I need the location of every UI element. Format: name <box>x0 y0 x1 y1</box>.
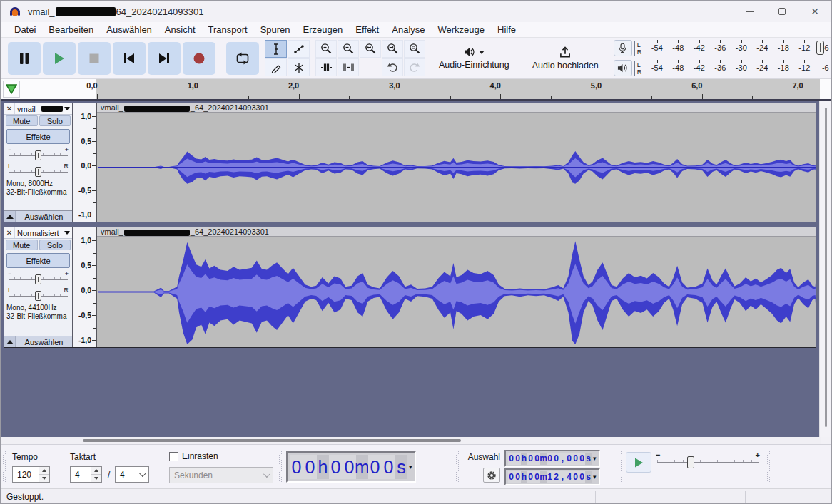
menu-auswaehlen[interactable]: Auswählen <box>100 23 158 36</box>
solo-button[interactable]: Solo <box>39 115 71 126</box>
gain-slider[interactable]: − + <box>9 146 68 162</box>
pan-slider-thumb[interactable] <box>35 291 41 301</box>
time-signature-upper-spinner[interactable]: 4 <box>70 466 102 483</box>
time-digit-cell[interactable]: , <box>559 453 566 465</box>
recording-meter[interactable]: LR -54-48-42-36-30-24-18-12-60 <box>614 39 832 58</box>
playback-meter[interactable]: LR -54-48-42-36-30-24-18-12-60 <box>614 59 832 78</box>
pan-slider-thumb[interactable] <box>35 167 41 177</box>
envelope-tool-button[interactable] <box>288 40 310 58</box>
pan-slider[interactable]: L R <box>9 163 68 178</box>
play-at-speed-button[interactable] <box>626 452 651 473</box>
menu-datei[interactable]: Datei <box>8 23 42 36</box>
menu-erzeugen[interactable]: Erzeugen <box>297 23 350 36</box>
clip-title-bar[interactable]: vmail__64_20240214093301 <box>97 103 816 113</box>
toolbar-grabber[interactable] <box>619 451 622 483</box>
track-2-vertical-ruler[interactable]: 1,00,50,0-0,5-1,0 <box>73 227 96 347</box>
time-signature-lower-select[interactable]: 4 <box>115 466 149 483</box>
skip-to-start-button[interactable] <box>113 42 146 75</box>
audio-position-display[interactable]: 00h00m00s▾ <box>286 451 416 483</box>
time-digit-cell[interactable]: 0 <box>508 453 514 465</box>
silence-audio-button[interactable] <box>338 58 359 76</box>
clip-title-bar[interactable]: vmail__64_20240214093301 <box>97 227 816 237</box>
tempo-value[interactable]: 120 <box>12 466 39 483</box>
mute-button[interactable]: Mute <box>6 240 38 250</box>
time-digit-cell[interactable]: 0 <box>579 453 585 465</box>
selection-start-display[interactable]: 00h00m00,000s▾ <box>504 450 600 467</box>
zoom-fit-button[interactable] <box>382 40 403 58</box>
time-signature-upper-value[interactable]: 4 <box>70 466 91 483</box>
track-2-waveform-area[interactable]: vmail__64_20240214093301 <box>96 227 816 347</box>
track-2-name-dropdown[interactable]: Normalisiert <box>15 229 72 237</box>
stop-button[interactable] <box>78 42 111 75</box>
time-format-dropdown[interactable]: ▾ <box>593 455 597 462</box>
close-button[interactable]: ✕ <box>798 1 831 22</box>
maximize-button[interactable] <box>766 1 798 22</box>
speaker-icon[interactable] <box>614 60 632 76</box>
time-digit-cell[interactable]: 1 <box>547 471 553 483</box>
pause-button[interactable] <box>8 42 41 75</box>
waveform[interactable] <box>97 237 816 347</box>
time-digit-cell[interactable]: 0 <box>329 455 343 479</box>
zoom-toggle-button[interactable] <box>404 40 425 58</box>
selection-tool-button[interactable] <box>265 40 287 58</box>
gain-slider[interactable]: − + <box>9 270 68 286</box>
tempo-up-button[interactable] <box>39 467 49 475</box>
effects-button[interactable]: Effekte <box>6 129 70 144</box>
collapse-track-button[interactable] <box>4 211 16 222</box>
zoom-in-button[interactable] <box>315 40 337 58</box>
microphone-icon[interactable] <box>614 40 632 56</box>
upper-up-button[interactable] <box>91 467 101 475</box>
menu-transport[interactable]: Transport <box>202 23 254 36</box>
track-1-waveform-area[interactable]: vmail__64_20240214093301 <box>96 103 816 222</box>
draw-tool-button[interactable] <box>265 58 287 76</box>
time-ruler[interactable]: 0,01,02,03,04,05,06,07,0 <box>21 79 820 99</box>
vertical-scrollbar-thumb[interactable] <box>825 108 827 427</box>
playback-speed-slider[interactable]: − + <box>656 451 760 472</box>
speed-slider-thumb[interactable] <box>687 456 694 468</box>
menu-hilfe[interactable]: Hilfe <box>491 23 522 36</box>
waveform[interactable] <box>97 113 816 222</box>
collapse-track-button[interactable] <box>4 336 16 347</box>
track-select-bar[interactable]: Auswählen <box>4 336 72 347</box>
menu-effekt[interactable]: Effekt <box>349 23 385 36</box>
skip-to-end-button[interactable] <box>148 42 181 75</box>
time-digit-cell[interactable]: 0 <box>579 471 585 483</box>
record-button[interactable] <box>183 42 215 75</box>
snap-checkbox[interactable] <box>169 452 178 461</box>
time-digit-cell[interactable]: 0 <box>514 471 521 483</box>
track-1-name-dropdown[interactable]: vmail_ <box>15 105 72 113</box>
menu-analyse[interactable]: Analyse <box>385 23 431 36</box>
undo-button[interactable] <box>382 58 403 76</box>
time-digit-cell[interactable]: 0 <box>572 453 579 465</box>
time-digit-cell[interactable]: 0 <box>527 471 534 483</box>
effects-button[interactable]: Effekte <box>6 253 70 268</box>
menu-bearbeiten[interactable]: Bearbeiten <box>42 23 100 36</box>
audio-setup-button[interactable]: Audio-Einrichtung <box>430 41 518 75</box>
toolbar-grabber[interactable] <box>161 451 164 483</box>
time-digit-cell[interactable]: 0 <box>382 455 395 479</box>
horizontal-scrollbar-thumb[interactable] <box>83 439 461 442</box>
close-track-button[interactable]: ✕ <box>4 103 15 114</box>
play-button[interactable] <box>43 42 76 75</box>
horizontal-scrollbar[interactable] <box>1 437 821 444</box>
menu-ansicht[interactable]: Ansicht <box>158 23 202 36</box>
redo-button[interactable] <box>404 58 425 76</box>
toolbar-grabber[interactable] <box>3 451 6 483</box>
mute-button[interactable]: Mute <box>6 115 38 126</box>
time-digit-cell[interactable]: 0 <box>303 455 317 479</box>
selection-end-display[interactable]: 00h00m12,400s▾ <box>504 468 600 485</box>
toolbar-grabber[interactable] <box>767 451 771 483</box>
zoom-out-button[interactable] <box>338 40 359 58</box>
time-digit-cell[interactable]: 0 <box>553 453 559 465</box>
time-digit-cell[interactable]: 0 <box>368 455 382 479</box>
solo-button[interactable]: Solo <box>39 240 71 250</box>
time-format-dropdown[interactable]: ▾ <box>409 463 412 470</box>
audio-clip[interactable]: vmail__64_20240214093301 <box>96 103 816 222</box>
time-digit-cell[interactable]: 0 <box>527 453 534 465</box>
toolbar-grabber[interactable] <box>456 451 460 483</box>
time-digit-cell[interactable]: 0 <box>514 453 521 465</box>
pan-slider[interactable]: L R <box>9 287 68 302</box>
time-digit-cell[interactable]: 0 <box>566 453 572 465</box>
time-digit-cell[interactable]: 0 <box>572 471 579 483</box>
time-digit-cell[interactable]: , <box>559 471 566 483</box>
